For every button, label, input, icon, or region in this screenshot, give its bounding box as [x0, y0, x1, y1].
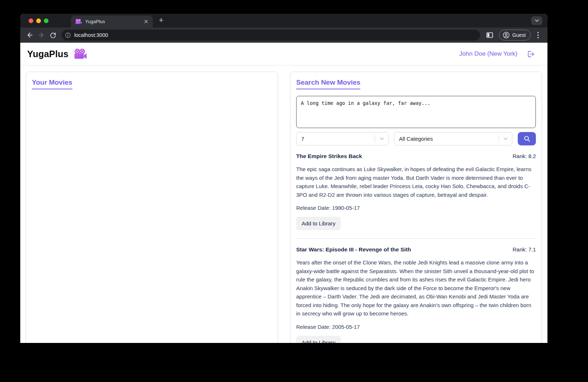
main-content: Your Movies Search New Movies A long tim… — [20, 65, 547, 343]
reload-button[interactable] — [47, 29, 59, 41]
movie-camera-logo-icon — [74, 48, 87, 59]
category-value: All Categories — [394, 136, 499, 142]
site-info-icon[interactable] — [65, 32, 71, 38]
tab-strip: YugaPlus + — [20, 14, 547, 27]
minimize-window-button[interactable] — [36, 18, 41, 23]
tab-favicon-movie-camera-icon — [75, 19, 82, 24]
movie-title: Star Wars: Episode III - Revenge of the … — [296, 246, 411, 253]
results-limit-select[interactable]: 7 — [296, 132, 388, 145]
page-content: YugaPlus John Doe (New York) — [20, 43, 547, 343]
traffic-lights — [20, 14, 54, 27]
movie-title: The Empire Strikes Back — [296, 153, 362, 160]
forward-button[interactable] — [35, 29, 47, 41]
add-to-library-button[interactable]: Add to Library — [296, 217, 341, 230]
search-movies-panel: Search New Movies A long time ago in a g… — [290, 72, 542, 343]
guest-label: Guest — [512, 32, 526, 38]
movie-rank: Rank: 8.2 — [513, 153, 536, 159]
guest-avatar-icon — [503, 31, 510, 39]
user-profile-link[interactable]: John Doe (New York) — [459, 50, 517, 58]
movie-divider — [296, 238, 536, 239]
results-limit-value: 7 — [297, 136, 375, 142]
browser-toolbar: localhost:3000 Guest — [20, 27, 547, 43]
category-select[interactable]: All Categories — [394, 132, 512, 145]
brand-title: YugaPlus — [27, 49, 68, 59]
add-to-library-button[interactable]: Add to Library — [296, 336, 341, 343]
tab-search-chevron-button[interactable] — [531, 16, 542, 25]
app-header: YugaPlus John Doe (New York) — [20, 43, 547, 65]
zoom-window-button[interactable] — [44, 18, 49, 23]
browser-menu-button[interactable] — [533, 29, 543, 41]
movie-release-date: Release Date: 1980-05-17 — [296, 205, 536, 211]
search-query-textarea[interactable]: A long time ago in a galaxy far, far awa… — [296, 96, 536, 128]
movie-description: The epic saga continues as Luke Skywalke… — [296, 165, 536, 199]
movie-release-date: Release Date: 2005-05-17 — [296, 324, 536, 330]
new-tab-button[interactable]: + — [156, 15, 167, 26]
search-controls: 7 All Categories — [296, 132, 536, 145]
logout-icon[interactable] — [526, 50, 535, 58]
search-icon — [524, 135, 530, 142]
back-button[interactable] — [24, 29, 35, 41]
chevron-down-icon — [499, 137, 512, 140]
search-button[interactable] — [518, 132, 536, 145]
tab-close-icon[interactable] — [143, 18, 149, 25]
your-movies-heading: Your Movies — [32, 78, 72, 89]
side-panel-button[interactable] — [484, 29, 496, 41]
chevron-down-icon — [375, 137, 388, 140]
movie-description: Years after the onset of the Clone Wars,… — [296, 258, 536, 318]
guest-profile-button[interactable]: Guest — [499, 30, 531, 41]
movie-result: Star Wars: Episode III - Revenge of the … — [296, 246, 536, 343]
close-window-button[interactable] — [29, 18, 33, 23]
browser-window: YugaPlus + localhost — [20, 14, 547, 343]
search-movies-heading: Search New Movies — [296, 78, 360, 89]
browser-tab[interactable]: YugaPlus — [71, 16, 153, 27]
address-bar[interactable]: localhost:3000 — [62, 30, 480, 41]
movie-result: The Empire Strikes Back Rank: 8.2 The ep… — [296, 153, 536, 230]
url-text: localhost:3000 — [74, 32, 108, 38]
tab-title: YugaPlus — [85, 19, 139, 24]
your-movies-panel: Your Movies — [26, 72, 278, 343]
movie-rank: Rank: 7.1 — [513, 246, 536, 252]
